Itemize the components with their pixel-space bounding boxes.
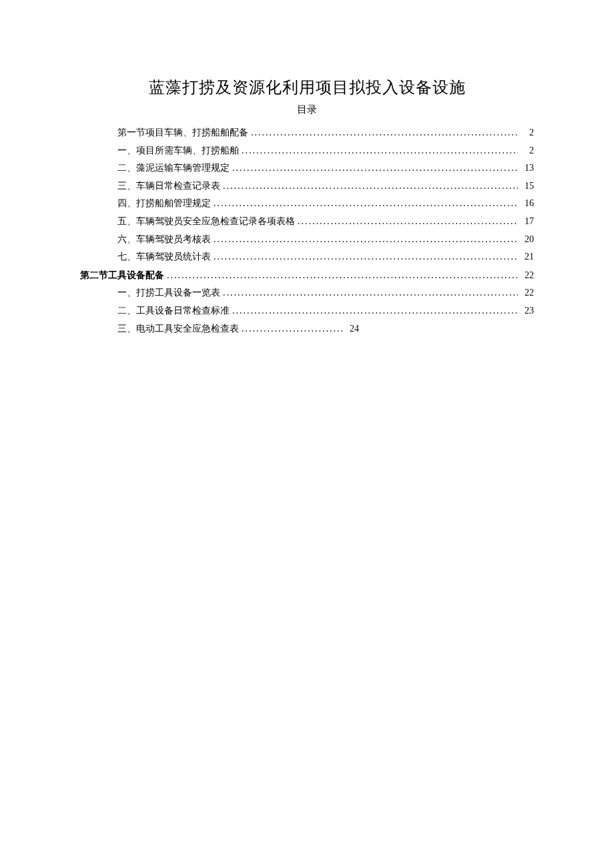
toc-leader-dots — [239, 320, 346, 338]
toc-item-page: 21 — [521, 248, 534, 266]
toc-item-page: 20 — [521, 231, 534, 249]
toc-leader-dots — [211, 248, 521, 266]
toc-item-label: 第二节工具设备配备 — [80, 266, 164, 284]
toc-leader-dots — [211, 231, 521, 249]
toc-item-page: 2 — [521, 124, 534, 142]
toc-item: 三、车辆日常检查记录表15 — [80, 177, 534, 195]
toc-item-label: 二、工具设备日常检查标准 — [117, 302, 230, 320]
toc-item: 三、电动工具安全应急检查表24 — [80, 320, 534, 338]
toc-item-page: 24 — [346, 320, 359, 338]
toc-item: 六、车辆驾驶员考核表20 — [80, 231, 534, 249]
toc-leader-dots — [230, 159, 521, 177]
toc-item-page: 13 — [521, 159, 534, 177]
toc-item-page: 23 — [521, 302, 534, 320]
document-title: 蓝藻打捞及资源化利用项目拟投入设备设施 — [80, 77, 534, 98]
toc-leader-dots — [220, 177, 521, 195]
toc-leader-dots — [230, 302, 521, 320]
toc-item: 五、车辆驾驶员安全应急检查记录各项表格17 — [80, 213, 534, 231]
toc-item-label: 三、车辆日常检查记录表 — [117, 177, 220, 195]
toc-leader-dots — [220, 284, 521, 302]
toc-item-label: 三、电动工具安全应急检查表 — [117, 320, 239, 338]
toc-item: 一、项目所需车辆、打捞船舶2 — [80, 142, 534, 160]
toc-item-label: 二、藻泥运输车辆管理规定 — [117, 159, 230, 177]
toc-item-label: 七、车辆驾驶员统计表 — [117, 248, 211, 266]
toc-item: 七、车辆驾驶员统计表21 — [80, 248, 534, 266]
toc-leader-dots — [248, 124, 521, 142]
toc-item-page: 16 — [521, 195, 534, 213]
toc-item-page: 17 — [521, 213, 534, 231]
toc-item-label: 四、打捞船舶管理规定 — [117, 195, 211, 213]
toc-item-page: 2 — [521, 142, 534, 160]
toc-item: 一、打捞工具设备一览表22 — [80, 284, 534, 302]
toc-item-label: 五、车辆驾驶员安全应急检查记录各项表格 — [117, 213, 295, 231]
toc-leader-dots — [164, 267, 521, 285]
toc-item-label: 一、项目所需车辆、打捞船舶 — [117, 142, 239, 160]
toc-item: 二、工具设备日常检查标准23 — [80, 302, 534, 320]
toc-list: 第一节项目车辆、打捞船舶配备2一、项目所需车辆、打捞船舶2二、藻泥运输车辆管理规… — [80, 124, 534, 338]
toc-item: 二、藻泥运输车辆管理规定13 — [80, 159, 534, 177]
toc-item: 四、打捞船舶管理规定16 — [80, 195, 534, 213]
document-page: 蓝藻打捞及资源化利用项目拟投入设备设施 目录 第一节项目车辆、打捞船舶配备2一、… — [0, 0, 614, 338]
toc-leader-dots — [211, 195, 521, 213]
toc-item-label: 六、车辆驾驶员考核表 — [117, 231, 211, 249]
toc-leader-dots — [239, 142, 521, 160]
toc-item-page: 22 — [521, 284, 534, 302]
toc-item: 第二节工具设备配备22 — [80, 266, 534, 285]
toc-item: 第一节项目车辆、打捞船舶配备2 — [80, 124, 534, 142]
toc-heading: 目录 — [80, 103, 534, 116]
toc-item-label: 第一节项目车辆、打捞船舶配备 — [117, 124, 248, 142]
toc-item-page: 22 — [521, 267, 534, 285]
toc-item-page: 15 — [521, 177, 534, 195]
toc-item-label: 一、打捞工具设备一览表 — [117, 284, 220, 302]
toc-leader-dots — [295, 213, 521, 231]
